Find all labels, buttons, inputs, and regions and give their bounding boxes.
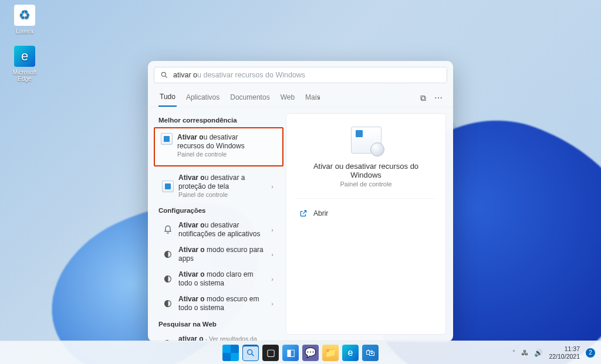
tab-all[interactable]: Tudo — [158, 89, 177, 107]
result-setting-notifications[interactable]: Ativar ou desativar notificações de apli… — [158, 217, 280, 242]
notification-center-badge[interactable]: 2 — [586, 348, 595, 358]
theme-icon — [162, 298, 174, 309]
desktop-icon-edge[interactable]: e Microsoft Edge — [7, 46, 42, 82]
tab-documents[interactable]: Documentos — [229, 90, 271, 106]
open-action-label: Abrir — [313, 209, 328, 217]
open-external-icon — [299, 209, 308, 217]
svg-line-8 — [252, 354, 254, 356]
open-action[interactable]: Abrir — [297, 207, 330, 220]
tab-web[interactable]: Web — [279, 90, 296, 106]
section-heading-web: Pesquisar na Web — [158, 321, 280, 328]
chevron-down-icon: ▾ — [318, 95, 320, 101]
result-setting-dark-system[interactable]: Ativar o modo escuro em todo o sistema › — [158, 291, 280, 316]
search-query-text: ativar ou desativar recursos do Windows — [173, 71, 305, 79]
tab-apps[interactable]: Aplicativos — [185, 90, 221, 106]
chat-button[interactable]: 💬 — [302, 345, 319, 361]
chevron-right-icon: › — [268, 226, 276, 233]
volume-icon[interactable]: 🔊 — [534, 349, 543, 357]
tray-overflow-icon[interactable]: ˄ — [512, 349, 515, 356]
section-heading-best-match: Melhor correspondência — [158, 117, 280, 124]
result-setting-light-system[interactable]: Ativar o modo claro em todo o sistema › — [158, 267, 280, 291]
chevron-right-icon: › — [268, 183, 276, 190]
result-screensaver-protection[interactable]: Ativar ou desativar a proteção de tela P… — [158, 170, 280, 202]
result-best-match[interactable]: Ativar ou desativar recursos do Windows … — [157, 130, 280, 162]
bell-icon — [162, 224, 174, 236]
preview-subtitle: Painel de controle — [340, 181, 391, 188]
clock-time: 11:37 — [549, 345, 580, 352]
chevron-right-icon: › — [268, 300, 276, 307]
edge-button[interactable]: e — [342, 345, 359, 361]
svg-point-0 — [161, 72, 166, 76]
file-explorer-button[interactable]: 📁 — [322, 345, 339, 361]
taskbar-pinned-apps: ▢ ◧ 💬 📁 e 🛍 — [222, 345, 379, 361]
annotation-highlight: Ativar ou desativar recursos do Windows … — [154, 127, 283, 166]
svg-line-1 — [166, 76, 167, 78]
edge-icon: e — [14, 46, 35, 67]
desktop-icon-recycle-bin[interactable]: ♻ Lixeira — [7, 5, 42, 35]
clock-date: 22/10/2021 — [549, 353, 580, 360]
search-filter-tabs: Tudo Aplicativos Documentos Web Mais ▾ ⧉… — [148, 87, 453, 107]
search-external-icon[interactable]: ⧉ — [420, 93, 426, 103]
theme-icon — [162, 273, 174, 285]
task-view-button[interactable]: ▢ — [262, 345, 279, 361]
control-panel-icon — [162, 181, 174, 192]
start-button[interactable] — [222, 345, 239, 361]
more-options-icon[interactable]: ⋯ — [434, 93, 443, 103]
svg-point-7 — [248, 349, 252, 354]
search-results-list: Melhor correspondência Ativar ou desativ… — [148, 107, 286, 342]
control-panel-icon — [161, 133, 173, 145]
start-search-panel: ativar ou desativar recursos do Windows … — [148, 61, 453, 342]
search-input[interactable]: ativar ou desativar recursos do Windows — [154, 67, 447, 83]
section-heading-settings: Configurações — [158, 207, 280, 214]
windows-features-icon — [351, 127, 381, 154]
search-preview-pane: Ativar ou desativar recursos do Windows … — [286, 113, 446, 335]
search-icon — [160, 71, 168, 79]
divider — [297, 198, 435, 199]
chevron-right-icon: › — [268, 275, 276, 283]
chevron-right-icon: › — [268, 251, 276, 258]
clock[interactable]: 11:37 22/10/2021 — [549, 345, 580, 359]
result-setting-dark-apps[interactable]: Ativar o modo escuro para apps › — [158, 242, 280, 267]
system-tray: ˄ 🖧 🔊 11:37 22/10/2021 2 — [512, 345, 595, 359]
recycle-bin-icon: ♻ — [14, 5, 35, 26]
taskbar: ▢ ◧ 💬 📁 e 🛍 ˄ 🖧 🔊 11:37 22/10/2021 2 — [0, 341, 601, 364]
store-button[interactable]: 🛍 — [362, 345, 379, 361]
taskbar-search-button[interactable] — [242, 345, 259, 361]
widgets-button[interactable]: ◧ — [282, 345, 299, 361]
network-icon[interactable]: 🖧 — [521, 349, 528, 357]
tab-more[interactable]: Mais ▾ — [304, 90, 322, 106]
desktop-icon-label: Microsoft Edge — [7, 69, 42, 82]
theme-icon — [162, 249, 174, 260]
preview-title: Ativar ou desativar recursos do Windows — [297, 162, 435, 179]
desktop-icon-label: Lixeira — [7, 28, 42, 35]
